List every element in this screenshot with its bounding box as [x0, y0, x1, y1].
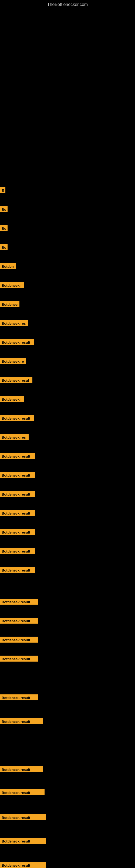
bottleneck-result-label: Bottleneck result [0, 453, 35, 459]
bottleneck-result-label: Bottleneck result [0, 656, 38, 661]
bottleneck-result-label: Bo [0, 244, 8, 250]
bottleneck-result-label: Bottleneck result [0, 529, 35, 535]
site-title: TheBottlenecker.com [0, 0, 135, 8]
bottleneck-result-label: Bottleneck result [0, 567, 35, 573]
bottleneck-result-label: Bottleneck result [0, 789, 45, 795]
bottleneck-result-label: Bottleneck result [0, 415, 34, 421]
bottleneck-result-label: Bottleneck result [0, 766, 43, 772]
bottleneck-result-label: Bottleneck result [0, 510, 35, 516]
bottleneck-result-label: E [0, 187, 5, 193]
bottleneck-result-label: Bottleneck res [0, 320, 28, 326]
bottleneck-result-label: Bottleneck result [0, 814, 46, 820]
bottleneck-result-label: Bottleneck result [0, 339, 34, 345]
bottleneck-result-label: Bottleneck result [0, 548, 35, 554]
bottleneck-result-label: Bo [0, 206, 8, 212]
bottleneck-result-label: Bottlenec [0, 301, 19, 307]
bottleneck-result-label: Bottleneck result [0, 637, 38, 643]
bottleneck-result-label: Bottleneck re [0, 358, 26, 364]
bottleneck-result-label: Bottleneck result [0, 599, 38, 604]
bottleneck-result-label: Bottleneck result [0, 862, 46, 868]
bottleneck-result-label: Bottleneck result [0, 718, 43, 724]
bottleneck-result-label: Bottlen [0, 263, 16, 269]
bottleneck-result-label: Bottleneck r [0, 282, 24, 288]
bottleneck-result-label: Bottleneck resul [0, 377, 32, 383]
bottleneck-result-label: Bottleneck result [0, 491, 35, 497]
bottleneck-result-label: Bo [0, 225, 8, 231]
bottleneck-result-label: Bottleneck result [0, 838, 46, 844]
bottleneck-result-label: Bottleneck res [0, 434, 29, 440]
bottleneck-result-label: Bottleneck result [0, 472, 35, 478]
bottleneck-result-label: Bottleneck result [0, 694, 38, 701]
bottleneck-result-label: Bottleneck r [0, 396, 24, 402]
bottleneck-result-label: Bottleneck result [0, 618, 38, 624]
